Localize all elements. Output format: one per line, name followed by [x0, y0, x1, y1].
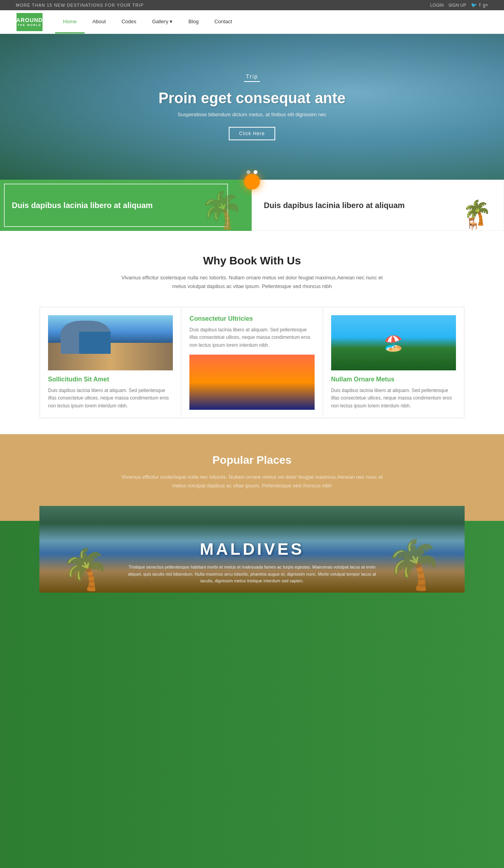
hero-dots	[246, 170, 258, 174]
nav-links: Home About Codes Gallery ▾ Blog Contact	[55, 11, 488, 33]
feature-card-1[interactable]: Duis dapibus lacinia libero at aliquam 🌴	[0, 180, 252, 231]
feature-item-1: Sollicitudin Sit Amet Duis dapibus lacin…	[40, 307, 181, 418]
why-title: Why Book With Us	[39, 255, 465, 267]
feature-item-title-3: Nullam Ornare Metus	[331, 376, 456, 383]
logo-sub: THE WORLD	[18, 24, 41, 27]
feature-item-desc-1: Duis dapibus lacinia libero at aliquam. …	[48, 387, 173, 410]
hero-label: Trip	[158, 73, 345, 80]
logo[interactable]: AROUND THE WORLD	[16, 12, 43, 32]
popular-title: Popular Places	[39, 454, 465, 467]
feature-image-sunset: 🌴	[189, 355, 314, 410]
navbar: AROUND THE WORLD Home About Codes Galler…	[0, 10, 504, 34]
logo-main: AROUND	[16, 17, 43, 24]
feature-image-cliffs	[48, 315, 173, 370]
tagline: MORE THAN 15 NEW DESTINATIONS FOR YOUR T…	[16, 3, 144, 7]
feature-item-2: Consectetur Ultricies Duis dapibus lacin…	[181, 307, 322, 418]
palm-silhouette-1: 🌴	[200, 190, 244, 231]
palm-right-icon: 🌴	[384, 537, 443, 593]
popular-description: Vivamus efficitur scelerisque nulla nec …	[114, 473, 390, 490]
features-grid: Sollicitudin Sit Amet Duis dapibus lacin…	[39, 307, 465, 418]
hero-content: Trip Proin eget consequat ante Suspendis…	[158, 73, 345, 140]
nav-gallery[interactable]: Gallery ▾	[144, 11, 180, 33]
nav-codes[interactable]: Codes	[114, 11, 145, 33]
nav-about[interactable]: About	[85, 11, 114, 33]
feature-item-desc-2: Duis dapibus lacinia libero at aliquam. …	[189, 326, 314, 349]
google-plus-icon[interactable]: g+	[483, 2, 488, 8]
twitter-icon[interactable]: 🐦	[471, 2, 477, 8]
nav-home[interactable]: Home	[55, 11, 85, 33]
hero-title: Proin eget consequat ante	[158, 90, 345, 107]
feature-item-desc-3: Duis dapibus lacinia libero at aliquam. …	[331, 387, 456, 410]
feature-item-3: 🏖️ Nullam Ornare Metus Duis dapibus laci…	[323, 307, 464, 418]
hero-subtitle: Suspendisse bibendum dictum metus, at fi…	[158, 112, 345, 117]
place-description: Tristique senectus pellentesque habitant…	[124, 564, 380, 585]
feature-item-title-1: Sollicitudin Sit Amet	[48, 376, 173, 383]
feature-card-text-1: Duis dapibus lacinia libero at aliquam	[12, 200, 153, 210]
palm-left-icon: 🌴	[61, 546, 110, 593]
signup-link[interactable]: SIGN UP	[448, 3, 466, 7]
why-description: Vivamus efficitur scelerisque nulla nec …	[114, 273, 390, 291]
social-icons: 🐦 f g+	[471, 2, 488, 8]
hero-dot-1[interactable]	[246, 170, 250, 174]
feature-card-2[interactable]: Duis dapibus lacinia libero at aliquam 🌴…	[252, 180, 504, 231]
top-bar-actions: LOGIN SIGN UP 🐦 f g+	[430, 2, 489, 8]
beach-chair-icon: 🪑	[465, 217, 480, 230]
chevron-down-icon: ▾	[170, 19, 172, 24]
facebook-icon[interactable]: f	[479, 2, 480, 8]
place-name: MALDIVES	[200, 540, 304, 559]
feature-item-title-2: Consectetur Ultricies	[189, 315, 314, 322]
hero-cta-button[interactable]: Click Here	[229, 127, 275, 140]
login-link[interactable]: LOGIN	[430, 3, 444, 7]
top-bar: MORE THAN 15 NEW DESTINATIONS FOR YOUR T…	[0, 0, 504, 10]
place-background: 🌴 🌴 MALDIVES Tristique senectus pellente…	[39, 506, 465, 593]
feature-card-text-2: Duis dapibus lacinia libero at aliquam	[264, 200, 405, 210]
why-section: Why Book With Us Vivamus efficitur scele…	[0, 231, 504, 434]
hero-label-underline	[244, 81, 260, 82]
place-card: 🌴 🌴 MALDIVES Tristique senectus pellente…	[39, 506, 465, 593]
feature-image-resort: 🏖️	[331, 315, 456, 370]
nav-blog[interactable]: Blog	[180, 11, 206, 33]
hero-dot-2[interactable]	[254, 170, 258, 174]
hero-section: Trip Proin eget consequat ante Suspendis…	[0, 34, 504, 180]
nav-contact[interactable]: Contact	[206, 11, 240, 33]
